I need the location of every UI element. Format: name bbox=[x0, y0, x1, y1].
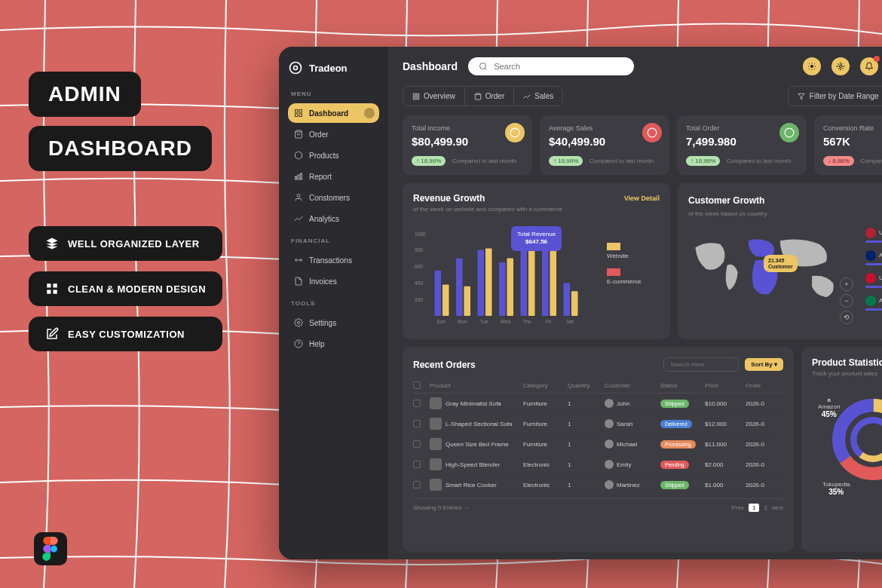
price-cell: $12.000 bbox=[705, 421, 743, 427]
map-reset-button[interactable]: ⟲ bbox=[840, 311, 853, 324]
sidebar-item-analytics[interactable]: Analytics bbox=[288, 209, 379, 228]
view-detail-link[interactable]: View Detail bbox=[624, 194, 660, 202]
feature-pill: WELL ORGANIZED LAYER bbox=[29, 226, 222, 261]
svg-text:Sat: Sat bbox=[566, 319, 574, 324]
category-cell: Furniture bbox=[523, 400, 565, 407]
menu-item-label: Transactions bbox=[309, 256, 352, 265]
price-cell: $1.000 bbox=[705, 482, 743, 488]
search-box[interactable] bbox=[468, 57, 634, 75]
product-cell: Smart Rice Cooker bbox=[430, 479, 520, 491]
column-header: Category bbox=[523, 382, 565, 389]
panel-heading: Revenue Growth bbox=[413, 193, 485, 204]
logo-icon bbox=[288, 60, 303, 75]
zoom-in-button[interactable]: + bbox=[840, 277, 853, 291]
pager-page[interactable]: 1 bbox=[749, 504, 759, 512]
legend-swatch bbox=[607, 268, 620, 276]
feature-label: WELL ORGANIZED LAYER bbox=[68, 238, 200, 250]
sidebar-item-products[interactable]: Products bbox=[288, 145, 379, 165]
sort-button[interactable]: Sort By ▾ bbox=[745, 358, 783, 371]
row-checkbox[interactable] bbox=[413, 400, 421, 407]
pager-prev[interactable]: Prev bbox=[732, 504, 744, 511]
kpi-card: Total Income $80,499.90 ↑ 18,98% Compare… bbox=[403, 115, 532, 175]
feature-pill: CLEAN & MODERN DESIGN bbox=[29, 271, 222, 306]
row-checkbox[interactable] bbox=[413, 420, 421, 427]
chart-legend: Website E-commerce bbox=[607, 220, 660, 326]
column-header: Status bbox=[660, 382, 702, 389]
svg-rect-40 bbox=[499, 262, 506, 316]
product-cell: L-Shaped Sectional Sofa bbox=[430, 418, 520, 430]
kpi-compare: Compared to last month bbox=[727, 158, 791, 164]
table-row: L-Shaped Sectional Sofa Furniture 1 Sara… bbox=[413, 414, 783, 434]
topbar: Dashboard Dav bbox=[389, 47, 882, 86]
svg-rect-47 bbox=[550, 250, 556, 316]
brand-logo[interactable]: Tradeon bbox=[288, 60, 379, 75]
notifications-button[interactable] bbox=[860, 57, 878, 75]
theme-toggle[interactable] bbox=[803, 57, 821, 75]
bag-icon bbox=[294, 130, 303, 139]
tab-order[interactable]: Order bbox=[465, 87, 515, 106]
promo-title-2: DASHBOARD bbox=[29, 126, 212, 171]
map-pin: 21.345 Customer bbox=[764, 255, 798, 272]
row-checkbox[interactable] bbox=[413, 440, 421, 448]
svg-point-17 bbox=[810, 65, 813, 68]
row-checkbox[interactable] bbox=[413, 481, 421, 488]
status-badge: Pending bbox=[660, 461, 689, 469]
customer-avatar bbox=[605, 480, 614, 489]
kpi-compare: Compared to last month bbox=[452, 158, 516, 164]
orders-table: ProductCategoryQuantityCustomerStatusPri… bbox=[413, 378, 783, 512]
sidebar-item-help[interactable]: Help bbox=[288, 334, 379, 354]
filter-date-button[interactable]: Filter by Date Range bbox=[788, 86, 882, 106]
sidebar-item-settings[interactable]: Settings bbox=[288, 313, 379, 332]
svg-point-14 bbox=[298, 322, 300, 324]
flag-icon bbox=[865, 228, 876, 238]
svg-rect-3 bbox=[54, 290, 57, 294]
svg-rect-44 bbox=[528, 250, 535, 316]
kpi-delta: ↓ 8,98% bbox=[823, 156, 854, 166]
world-map[interactable]: 21.345 Customer + − ⟲ bbox=[688, 223, 858, 329]
tab-overview[interactable]: Overview bbox=[403, 87, 465, 106]
bag-icon bbox=[474, 93, 482, 100]
svg-text:Mon: Mon bbox=[458, 319, 467, 324]
tab-sales[interactable]: Sales bbox=[514, 87, 562, 106]
kpi-delta: ↑ 18,98% bbox=[686, 156, 720, 166]
orders-panel: Recent Orders Sort By ▾ ProductCategoryQ… bbox=[403, 347, 794, 552]
menu-item-label: Report bbox=[309, 173, 332, 181]
sidebar-item-dashboard[interactable]: Dashboard bbox=[288, 103, 379, 123]
file-icon bbox=[294, 277, 303, 286]
checkbox-all[interactable] bbox=[413, 381, 421, 389]
zoom-out-button[interactable]: − bbox=[840, 294, 853, 308]
kpi-card: Total Order 7,499.980 ↑ 18,98% Compared … bbox=[677, 115, 807, 175]
menu-section-header: TOOLS bbox=[291, 300, 379, 307]
orders-search-input[interactable] bbox=[663, 357, 739, 372]
pager-next[interactable]: next bbox=[772, 504, 783, 511]
svg-text:200: 200 bbox=[415, 297, 423, 302]
date-cell: 2026-0 bbox=[746, 461, 783, 468]
settings-button[interactable] bbox=[831, 57, 850, 75]
date-cell: 2026-0 bbox=[746, 421, 783, 427]
sidebar-item-report[interactable]: Report bbox=[288, 167, 379, 186]
chart-icon bbox=[294, 172, 303, 181]
panel-subtitle: Track your product sales bbox=[812, 370, 882, 377]
sun-icon bbox=[807, 62, 816, 71]
row-checkbox[interactable] bbox=[413, 461, 421, 468]
pager-page[interactable]: 2 bbox=[764, 504, 767, 511]
sidebar-item-order[interactable]: Order bbox=[288, 124, 379, 144]
svg-rect-34 bbox=[456, 259, 463, 316]
sidebar-item-invoices[interactable]: Invoices bbox=[288, 271, 379, 291]
category-cell: Electronic bbox=[523, 482, 565, 488]
search-input[interactable] bbox=[494, 62, 623, 71]
sidebar-item-transactions[interactable]: Transactions bbox=[288, 250, 379, 270]
product-thumb bbox=[430, 397, 442, 409]
country-item: United States bbox=[865, 228, 882, 243]
sidebar-item-constomers[interactable]: Constomers bbox=[288, 188, 379, 207]
menu-item-label: Settings bbox=[309, 319, 336, 327]
menu-section-header: MENU bbox=[291, 90, 379, 97]
table-row: Queen Size Bed Frame Furniture 1 Michael… bbox=[413, 434, 783, 455]
column-header: Product bbox=[430, 382, 520, 389]
svg-point-4 bbox=[51, 546, 57, 553]
date-cell: 2026-0 bbox=[746, 441, 783, 448]
product-thumb bbox=[430, 458, 442, 470]
table-row: High-Speed Blender Electronic 1 Emily Pe… bbox=[413, 455, 783, 475]
svg-point-18 bbox=[839, 66, 841, 68]
menu-item-label: Products bbox=[309, 152, 338, 160]
